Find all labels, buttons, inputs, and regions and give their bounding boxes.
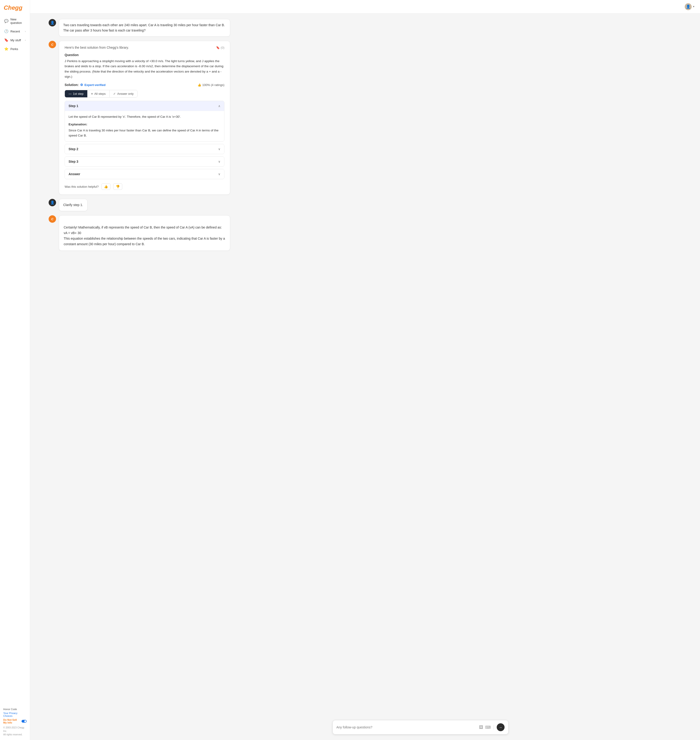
- dash-icon: —: [69, 92, 72, 96]
- expert-badge-label: Expert-verified: [85, 83, 106, 87]
- chevron-right-icon: ›: [25, 30, 26, 33]
- chegg-response-bubble: Certainly! Mathematically, if vB represe…: [59, 215, 230, 251]
- sidebar-item-label: Recent: [10, 29, 20, 33]
- user-message-2: 👤 Clarify step 1.: [49, 199, 257, 211]
- user-question-text: Two cars traveling towards each other ar…: [63, 23, 225, 32]
- step-1-content: Let the speed of Car B represented by 'x…: [65, 111, 224, 142]
- step-1-header[interactable]: Step 1 ∧: [65, 101, 224, 111]
- helpful-row: Was this solution helpful? 👍 👎: [65, 183, 224, 190]
- step-2-label: Step 2: [69, 147, 78, 151]
- list-icon: ≡: [91, 92, 93, 96]
- step-1-main-text: Let the speed of Car B represented by 'x…: [69, 114, 221, 119]
- sidebar-item-label: New question: [10, 18, 26, 25]
- tab-answer-only[interactable]: ✓ Answer only: [109, 90, 137, 97]
- person-icon: 👤: [50, 21, 54, 25]
- tab-label: Answer only: [117, 92, 134, 96]
- sidebar-item-new-question[interactable]: 💬 New question: [2, 16, 28, 27]
- step-3-header[interactable]: Step 3 ∨: [65, 157, 224, 167]
- user-avatar-2: 👤: [49, 199, 56, 206]
- chevron-down-icon: ∨: [218, 147, 221, 151]
- bookmark-icon: 🔖: [216, 46, 220, 49]
- solution-intro-text: Here's the best solution from Chegg's li…: [65, 46, 129, 49]
- answer-label: Answer: [69, 172, 80, 176]
- tab-label: 1st step: [73, 92, 84, 96]
- sidebar-item-label: My stuff: [10, 38, 21, 42]
- header: 👤 ▾: [30, 0, 700, 13]
- step-2-header[interactable]: Step 2 ∨: [65, 144, 224, 154]
- step-3-label: Step 3: [69, 160, 78, 164]
- tab-1st-step[interactable]: — 1st step: [65, 90, 87, 97]
- rating-area: 👍 100% (4 ratings): [197, 83, 224, 87]
- step-1-item: Step 1 ∧ Let the speed of Car B represen…: [65, 101, 224, 142]
- step-1-explanation-label: Explanation:: [69, 122, 221, 127]
- solution-meta-row: Solution: ⚙ Expert-verified 👍 100% (4 ra…: [65, 83, 224, 87]
- header-right: 👤 ▾: [685, 3, 694, 10]
- my-stuff-icon: 🔖: [4, 38, 9, 42]
- solution-text: Solution:: [65, 83, 79, 87]
- check-icon: ✓: [113, 92, 116, 96]
- sidebar-item-perks[interactable]: ⭐ Perks: [2, 45, 28, 53]
- person-icon-2: 👤: [50, 200, 54, 205]
- solution-card: Here's the best solution from Chegg's li…: [59, 41, 230, 195]
- user-avatar[interactable]: 👤: [685, 3, 692, 10]
- sidebar-item-my-stuff[interactable]: 🔖 My stuff ›: [2, 36, 28, 44]
- chat-area: 👤 Two cars traveling towards each other …: [30, 13, 275, 287]
- bookmark-count: (0): [221, 46, 224, 49]
- step-3-item: Step 3 ∨: [65, 156, 224, 167]
- expert-badge-icon: ⚙: [80, 83, 83, 87]
- user-message-bubble-2: Clarify step 1.: [59, 199, 88, 211]
- step-1-explanation-text: Since Car A is traveling 30 miles per ho…: [69, 128, 221, 139]
- bookmark-area[interactable]: 🔖 (0): [216, 46, 224, 49]
- chevron-right-icon: ›: [25, 39, 26, 41]
- chegg-avatar-2: C: [49, 215, 56, 223]
- chegg-avatar-1: C: [49, 41, 56, 48]
- clarify-text: Clarify step 1.: [63, 203, 83, 207]
- sidebar-item-recent[interactable]: 🕐 Recent ›: [2, 27, 28, 35]
- sidebar-logo: Chegg: [0, 0, 30, 15]
- question-section: Question J Perkins is approaching a stop…: [65, 53, 224, 79]
- logo-text: Chegg: [4, 4, 22, 11]
- step-tabs: — 1st step ≡ All steps ✓ Answer only: [65, 90, 138, 97]
- tab-label: All steps: [94, 92, 106, 96]
- thumbs-up-button[interactable]: 👍: [101, 183, 110, 190]
- answer-header[interactable]: Answer ∨: [65, 169, 224, 179]
- tab-all-steps[interactable]: ≡ All steps: [87, 90, 110, 97]
- thumbs-up-icon: 👍: [197, 83, 201, 87]
- thumbs-down-button[interactable]: 👎: [113, 183, 122, 190]
- perks-icon: ⭐: [4, 47, 9, 51]
- recent-icon: 🕐: [4, 29, 9, 33]
- sidebar-item-label: Perks: [10, 47, 18, 51]
- rating-text: 100% (4 ratings): [202, 83, 224, 87]
- sidebar: Chegg 💬 New question 🕐 Recent › 🔖 My stu…: [0, 0, 30, 287]
- sidebar-nav: 💬 New question 🕐 Recent › 🔖 My stuff › ⭐…: [0, 15, 30, 54]
- chevron-down-icon: ∨: [218, 160, 221, 164]
- user-message-bubble-1: Two cars traveling towards each other ar…: [59, 19, 230, 37]
- user-message-1: 👤 Two cars traveling towards each other …: [49, 19, 257, 37]
- step-1-label: Step 1: [69, 104, 78, 108]
- new-question-icon: 💬: [4, 19, 9, 23]
- answer-item: Answer ∨: [65, 169, 224, 179]
- chevron-down-icon: ▾: [693, 5, 694, 8]
- step-2-item: Step 2 ∨: [65, 144, 224, 154]
- chevron-up-icon: ∧: [218, 104, 221, 108]
- question-label: Question: [65, 53, 224, 57]
- solution-intro-row: Here's the best solution from Chegg's li…: [65, 46, 224, 49]
- chegg-solution-wrapper: C Here's the best solution from Chegg's …: [49, 41, 257, 195]
- chegg-response-wrapper: C Certainly! Mathematically, if vB repre…: [49, 215, 257, 251]
- question-body: J Perkins is approaching a stoplight mov…: [65, 59, 224, 79]
- helpful-label: Was this solution helpful?: [65, 185, 99, 189]
- chegg-response-text: Certainly! Mathematically, if vB represe…: [64, 226, 225, 246]
- user-avatar-1: 👤: [49, 19, 56, 27]
- solution-label: Solution: ⚙ Expert-verified: [65, 83, 106, 87]
- chevron-down-icon: ∨: [218, 172, 221, 176]
